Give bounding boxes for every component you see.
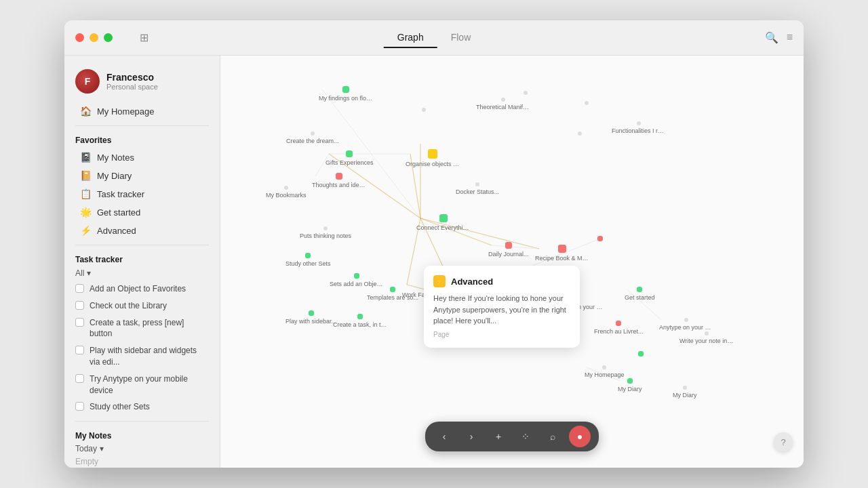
graph-node[interactable] [578,131,582,136]
sidebar-item-homepage[interactable]: 🏠 My Homepage [68,102,216,120]
chevron-icon: ▾ [87,268,91,278]
tooltip-title: Advanced [451,277,493,287]
task-item-3[interactable]: Create a task, press [new] button [64,314,220,343]
close-button[interactable] [75,33,84,42]
graph-node[interactable] [585,101,589,105]
menu-icon[interactable]: ≡ [787,31,793,44]
tab-flow[interactable]: Flow [437,28,485,48]
tasktracker-label: Task tracker [97,189,144,199]
graph-node[interactable]: French au Livret... [594,321,644,336]
graph-node[interactable]: Functionalities I really li... [612,121,666,135]
notes-filter[interactable]: Today ▾ [64,442,220,455]
node-dot [524,91,528,95]
task-item-2[interactable]: Check out the Library [64,298,220,314]
avatar: F [75,69,100,94]
node-dot [323,226,328,230]
task-item-4[interactable]: Play with sidebar and widgets via edi... [64,342,220,371]
graph-node[interactable]: Anytype on your mob... [659,318,713,331]
sidebar-item-mynotes[interactable]: 📓 My Notes [68,148,216,166]
add-button[interactable]: + [488,426,509,447]
graph-node[interactable] [638,351,644,357]
sidebar-toggle[interactable]: ⊞ [140,31,149,44]
task-checkbox-2[interactable] [75,301,84,310]
graph-area[interactable]: My findings on flow stat...Theoretical M… [220,56,804,468]
divider-1 [75,125,209,126]
advanced-icon: ⚡ [79,225,92,236]
help-button[interactable]: ? [774,432,793,451]
sidebar-item-getstarted[interactable]: 🌟 Get started [68,203,216,221]
node-label: Docker Status... [456,188,499,196]
graph-node[interactable]: Study other Sets [285,253,331,268]
sidebar-item-mydiary[interactable]: 📔 My Diary [68,167,216,184]
task-label-1: Add an Object to Favorites [90,283,186,295]
titlebar-actions: 🔍 ≡ [765,31,793,44]
graph-node[interactable]: Get started [625,287,655,302]
node-label: Thoughts and ideas log [312,182,366,189]
task-item-1[interactable]: Add an Object to Favorites [64,281,220,298]
graph-node[interactable]: My Diary [618,378,642,393]
task-checkbox-6[interactable] [75,402,84,411]
user-info: Francesco Personal space [106,72,158,91]
task-checkbox-4[interactable] [75,346,84,354]
graph-node[interactable]: My Bookmarks [266,186,307,199]
graph-node[interactable]: Connect Everything with ... [416,214,471,232]
search-button[interactable]: ⌕ [542,426,564,447]
forward-button[interactable]: › [460,426,482,447]
task-checkbox-1[interactable] [75,284,84,293]
graph-node[interactable]: Sets add an Object... [330,273,384,288]
graph-node[interactable]: My findings on flow stat... [319,86,373,102]
favorites-title: Favorites [64,131,220,148]
graph-node[interactable]: Daily Journal... [488,242,529,258]
record-button[interactable]: ● [569,426,591,447]
task-filter[interactable]: All ▾ [64,266,220,281]
sidebar-item-advanced[interactable]: ⚡ Advanced [68,222,216,239]
graph-node[interactable]: Organise objects with Co... [406,149,460,168]
mynotes-label: My Notes [97,152,134,163]
graph-node[interactable]: Thoughts and ideas log [312,173,366,189]
main-area: F Francesco Personal space 🏠 My Homepage… [64,56,804,468]
node-label: Daily Journal... [488,251,529,258]
task-checkbox-3[interactable] [75,318,84,327]
graph-node[interactable]: Create the dream... [286,131,339,145]
graph-node[interactable] [597,236,603,241]
task-item-5[interactable]: Try Anytype on your mobile device [64,371,220,399]
back-button[interactable]: ‹ [433,426,455,447]
task-tracker-section: Task tracker All ▾ Add an Object to Favo… [64,251,220,415]
maximize-button[interactable] [104,33,113,42]
graph-node[interactable]: Create a task, in the cli... [333,314,387,329]
divider-2 [75,245,209,245]
node-dot [558,245,566,253]
minimize-button[interactable] [90,33,98,42]
graph-node[interactable]: Recipe Book & Meal Plann... [535,245,589,262]
tooltip-footer: Page [433,331,570,338]
graph-node[interactable]: My Diary [673,386,697,399]
graph-node[interactable]: My Homepage [585,365,625,379]
bottom-toolbar: ‹ › + ⁘ ⌕ ● [425,422,599,451]
graph-node[interactable]: Play with sidebar... [285,310,336,325]
dots-button[interactable]: ⁘ [515,426,536,447]
node-dot [354,273,359,279]
node-dot [616,321,621,326]
graph-node[interactable]: Docker Status... [456,182,499,196]
graph-node[interactable]: Gifts Experiences [326,150,374,167]
my-notes-section: My Notes Today ▾ Empty [64,427,220,468]
graph-node[interactable]: Write your note in Hello [679,331,734,345]
task-checkbox-5[interactable] [75,374,84,383]
notes-title: My Notes [64,427,220,442]
user-space: Personal space [106,83,158,91]
task-item-6[interactable]: Study other Sets [64,399,220,415]
graph-node[interactable] [524,91,528,95]
tooltip-icon: ⚡ [433,275,446,287]
node-label: Study other Sets [285,260,331,268]
node-dot [705,331,709,336]
user-section[interactable]: F Francesco Personal space [64,64,220,102]
sidebar-item-tasktracker[interactable]: 📋 Task tracker [68,185,216,203]
search-icon[interactable]: 🔍 [765,31,778,44]
graph-node[interactable]: Theoretical Manifesto... [476,98,530,111]
graph-node[interactable] [422,108,426,112]
tab-graph[interactable]: Graph [384,28,437,48]
node-dot [346,150,353,157]
node-dot [284,186,288,190]
graph-node[interactable]: Puts thinking notes [300,226,351,240]
node-label: Recipe Book & Meal Plann... [535,255,589,262]
